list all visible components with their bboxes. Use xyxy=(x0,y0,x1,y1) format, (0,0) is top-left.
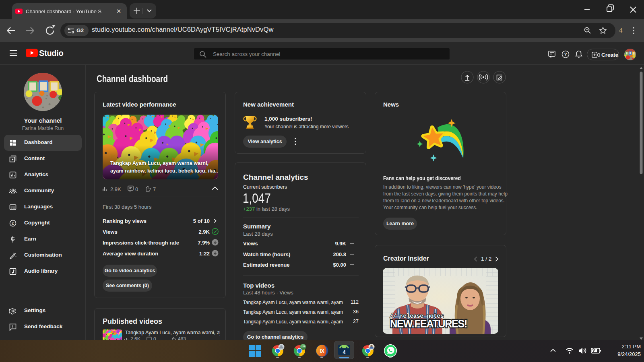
svg-text:c: c xyxy=(12,221,14,226)
svg-text:IX: IX xyxy=(320,348,324,354)
svg-text:4: 4 xyxy=(343,349,346,355)
svg-text:?: ? xyxy=(564,52,567,57)
svg-text:NEW FEATURES!: NEW FEATURES! xyxy=(390,317,467,330)
